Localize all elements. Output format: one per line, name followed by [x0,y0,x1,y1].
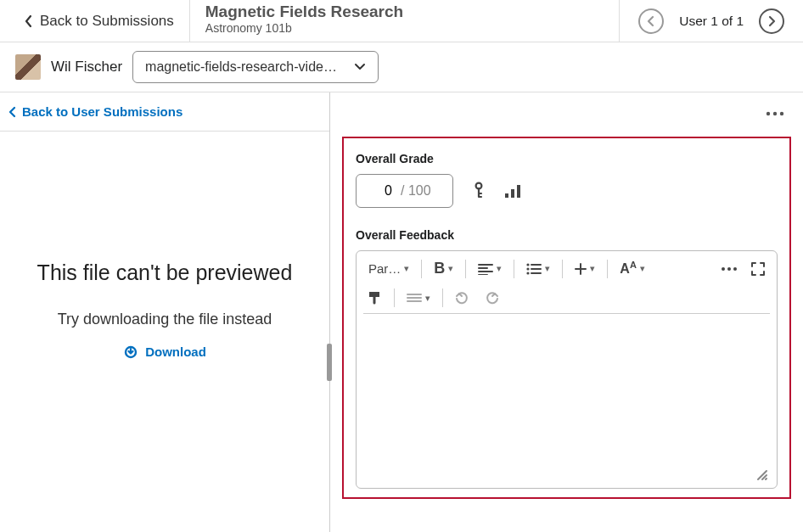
file-dropdown-label: magnetic-fields-research-vide… [145,59,337,75]
download-icon [123,344,138,359]
paragraph-style-dropdown[interactable]: Par… ▾ [363,258,414,279]
format-painter-button[interactable] [363,288,387,308]
chevron-down-icon: ▾ [404,263,409,274]
page-header: Back to Submissions Magnetic Fields Rese… [0,0,803,42]
chevron-down-icon: ▾ [497,263,502,274]
bold-icon: B [434,260,445,277]
dots-icon [721,266,738,272]
font-button[interactable]: AA ▾ [615,256,650,280]
course-name: Astronomy 101b [205,21,604,35]
paragraph-style-label: Par… [368,261,401,276]
key-icon[interactable] [472,182,486,200]
format-painter-icon [368,291,382,305]
preview-pane: Back to User Submissions This file can't… [0,92,330,532]
overall-grade-label: Overall Grade [356,152,778,165]
resize-handle-icon[interactable] [755,468,768,481]
chevron-down-icon: ▾ [545,263,550,274]
chevron-left-icon [8,106,17,118]
separator [421,260,422,278]
prev-user-button[interactable] [638,8,664,34]
user-row: Wil Fischer magnetic-fields-research-vid… [0,42,803,92]
svg-rect-5 [511,189,514,198]
plus-icon [575,263,587,275]
svg-point-2 [780,112,783,115]
align-button[interactable]: ▾ [473,260,507,278]
undo-button[interactable] [450,288,475,308]
fullscreen-button[interactable] [746,259,770,279]
user-nav: User 1 of 1 [619,0,803,42]
more-actions-button[interactable] [766,111,784,116]
svg-point-7 [527,263,530,266]
svg-point-0 [766,112,770,115]
bold-button[interactable]: B▾ [429,256,458,281]
grading-panel-highlight: Overall Grade / 100 Overall Feedback [342,137,791,499]
header-center: Magnetic Fields Research Astronomy 101b [190,0,619,42]
overall-feedback-label: Overall Feedback [356,228,778,242]
align-left-icon [478,263,493,275]
more-toolbar-button[interactable] [716,263,743,275]
chevron-down-icon: ▾ [590,263,595,274]
svg-point-11 [727,267,731,271]
separator [514,260,514,278]
grade-input-wrap: / 100 [356,174,453,208]
file-dropdown[interactable]: magnetic-fields-research-vide… [132,51,379,83]
list-icon [526,263,542,275]
chevron-down-icon: ▾ [640,263,645,274]
back-to-user-submissions-label: Back to User Submissions [22,104,182,119]
separator [394,288,395,307]
chevron-down-icon: ▾ [425,293,430,304]
grading-pane: Overall Grade / 100 Overall Feedback [330,92,803,532]
chevron-down-icon: ▾ [448,263,453,274]
undo-icon [455,291,470,305]
svg-rect-4 [505,193,508,198]
preview-area: This file can't be previewed Try downloa… [0,132,329,488]
user-position: User 1 of 1 [679,14,744,29]
font-icon: AA [620,260,637,277]
chevron-down-icon [354,63,366,71]
download-link[interactable]: Download [123,344,206,359]
separator [562,260,563,278]
separator [442,288,443,307]
svg-point-8 [527,267,530,270]
svg-rect-6 [517,185,520,198]
svg-point-12 [733,267,737,271]
list-button[interactable]: ▾ [521,260,555,278]
back-to-user-submissions-link[interactable]: Back to User Submissions [0,92,329,132]
editor-toolbar-row2: ▾ [357,283,777,310]
svg-point-1 [773,112,777,115]
line-spacing-icon [407,293,422,303]
user-name: Wil Fischer [51,59,122,76]
separator [607,260,608,278]
body: Back to User Submissions This file can't… [0,92,803,532]
preview-subtext: Try downloading the file instead [58,311,272,328]
feedback-textarea[interactable] [363,313,770,483]
back-to-submissions-link[interactable]: Back to Submissions [0,0,190,42]
assignment-title: Magnetic Fields Research [205,3,604,21]
grade-input[interactable] [368,182,394,199]
grade-max: / 100 [401,183,431,199]
stats-icon[interactable] [504,183,523,199]
overall-grade-row: / 100 [356,174,778,208]
line-spacing-button[interactable]: ▾ [402,289,435,307]
download-label: Download [145,344,206,359]
next-user-button[interactable] [759,8,784,34]
svg-point-10 [722,267,725,271]
avatar [15,54,41,80]
feedback-editor: Par… ▾ B▾ ▾ ▾ [356,250,778,489]
redo-button[interactable] [479,288,504,308]
chevron-left-icon [24,14,33,28]
svg-point-9 [527,272,530,274]
insert-button[interactable]: ▾ [570,260,600,278]
separator [465,260,466,278]
preview-heading: This file can't be previewed [37,260,293,285]
back-to-submissions-label: Back to Submissions [40,13,174,30]
editor-toolbar-row1: Par… ▾ B▾ ▾ ▾ [357,251,777,283]
redo-icon [484,291,499,305]
expand-icon [751,262,765,276]
